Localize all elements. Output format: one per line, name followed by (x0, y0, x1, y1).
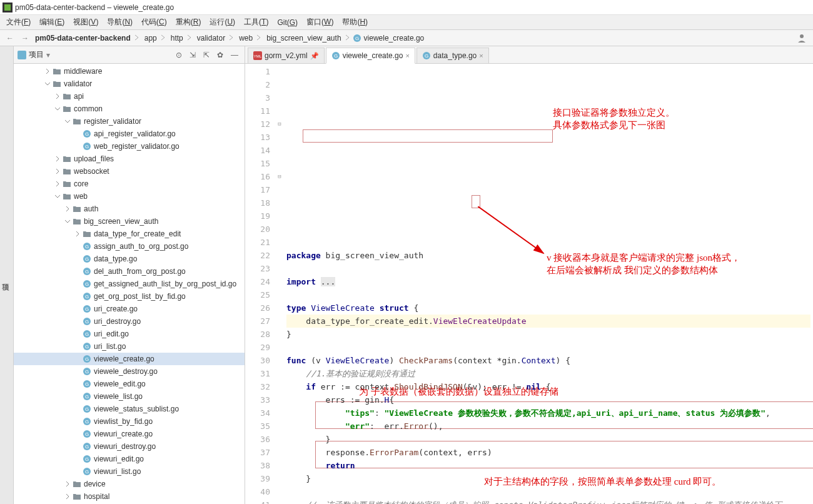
tree-api_register_validator-go[interactable]: Gapi_register_validator.go (14, 128, 245, 140)
tree-viewele_status_sublist-go[interactable]: Gviewele_status_sublist.go (14, 403, 245, 415)
menu-n[interactable]: 导航(N) (103, 16, 136, 29)
collapse-icon[interactable]: ⇱ (201, 49, 212, 61)
tree-middleware[interactable]: middleware (14, 65, 245, 78)
breadcrumb-6[interactable]: viewele_create.go (361, 33, 427, 44)
tab-gorm_v2-yml[interactable]: YMLgorm_v2.yml📌 (248, 48, 325, 64)
tree-upload_files[interactable]: upload_files (14, 153, 245, 165)
code-line-3[interactable]: import ... (286, 275, 810, 288)
tree-api[interactable]: api (14, 90, 245, 103)
breadcrumb-1[interactable]: app (142, 33, 159, 44)
select-opened-icon[interactable]: ⊙ (173, 49, 184, 61)
code-line-2[interactable] (286, 262, 810, 275)
tree-data_type_for_create_edit[interactable]: data_type_for_create_edit (14, 228, 245, 240)
menu-u[interactable]: 运行(U) (206, 16, 239, 29)
tree-hospital[interactable]: hospital (14, 490, 245, 503)
menu-v[interactable]: 视图(V) (69, 16, 102, 29)
tree-core[interactable]: core (14, 178, 245, 190)
menu-h[interactable]: 帮助(H) (338, 16, 371, 29)
code-line-14[interactable]: } (286, 328, 810, 341)
gear-icon[interactable]: ✿ (215, 49, 226, 61)
tree-viewele_create-go[interactable]: Gviewele_create.go (14, 353, 245, 365)
annotation-top1: 接口验证器将参数独立定义。 (553, 106, 675, 119)
tree-viewuri_list-go[interactable]: Gviewuri_list.go (14, 465, 245, 478)
tree-big_screen_view_auth[interactable]: big_screen_view_auth (14, 215, 245, 228)
tab-viewele_create-go[interactable]: Gviewele_create.go× (326, 48, 415, 64)
tree-get_assigned_auth_list_by_org_post_id-go[interactable]: Gget_assigned_auth_list_by_org_post_id.g… (14, 278, 245, 290)
tree-uri_edit-go[interactable]: Guri_edit.go (14, 328, 245, 340)
code-area[interactable]: 1231112131415161718192021222324252627282… (245, 64, 813, 504)
breadcrumb-3[interactable]: validator (194, 33, 228, 44)
tree-device[interactable]: device (14, 478, 245, 490)
breadcrumb-4[interactable]: web (236, 33, 255, 44)
tree-viewuri_edit-go[interactable]: Gviewuri_edit.go (14, 453, 245, 465)
code-content[interactable]: 接口验证器将参数独立定义。 具体参数格式参见下一张图 v 接收器本身就是客户端请… (284, 64, 813, 504)
nav-fwd[interactable]: → (18, 33, 33, 44)
tree-viewele_list-go[interactable]: Gviewele_list.go (14, 390, 245, 403)
code-line-16[interactable]: func (v ViewEleCreate) CheckParams(conte… (286, 354, 810, 367)
code-line-26[interactable] (286, 485, 810, 498)
tree-viewuri_destroy-go[interactable]: Gviewuri_destroy.go (14, 440, 245, 453)
code-line-19[interactable]: errs := gin.H{ (286, 393, 810, 406)
tree-uri_list-go[interactable]: Guri_list.go (14, 340, 245, 353)
svg-text:G: G (85, 431, 89, 437)
menu-g[interactable]: Git(G) (273, 17, 301, 28)
project-tab-label[interactable]: 项目 (0, 51, 11, 504)
tree-del_auth_from_org_post-go[interactable]: Gdel_auth_from_org_post.go (14, 265, 245, 278)
menu-r[interactable]: 重构(R) (172, 16, 205, 29)
code-line-18[interactable]: if err := context.ShouldBindJSON(&v); er… (286, 380, 810, 393)
tree-data_type-go[interactable]: Gdata_type.go (14, 253, 245, 265)
breadcrumb-2[interactable]: http (168, 33, 186, 44)
code-line-25[interactable]: } (286, 472, 810, 485)
breadcrumb-0[interactable]: pm05-data-center-backend (33, 33, 133, 44)
menu-e[interactable]: 编辑(E) (36, 16, 68, 29)
user-icon[interactable] (793, 32, 810, 44)
tree-websocket[interactable]: websocket (14, 165, 245, 178)
close-icon[interactable]: × (405, 52, 409, 59)
gofile-icon: G (83, 442, 91, 451)
gofile-icon: G (83, 405, 91, 413)
menu-c[interactable]: 代码(C) (138, 16, 171, 29)
code-line-13[interactable]: data_type_for_create_edit.ViewEleCreateU… (286, 315, 810, 328)
code-line-27[interactable]: // 该函数主要是将本结构体的字段（成员）按照 consts.Validator… (286, 498, 810, 504)
tree-get_org_post_list_by_fid-go[interactable]: Gget_org_post_list_by_fid.go (14, 290, 245, 303)
tree-web[interactable]: web (14, 190, 245, 203)
code-line-21[interactable]: "err": err.Error(), (286, 420, 810, 433)
tree-web_register_validator-go[interactable]: Gweb_register_validator.go (14, 140, 245, 153)
tree-assign_auth_to_org_post-go[interactable]: Gassign_auth_to_org_post.go (14, 240, 245, 253)
sidebar-header: 项目 ▾ ⊙ ⇲ ⇱ ✿ — (14, 46, 245, 64)
tree-uri_destroy-go[interactable]: Guri_destroy.go (14, 315, 245, 328)
menu-t[interactable]: 工具(T) (240, 16, 272, 29)
breadcrumb-5[interactable]: big_screen_view_auth (264, 33, 343, 44)
tree-common[interactable]: common (14, 103, 245, 115)
code-line-11[interactable] (286, 288, 810, 301)
file-tree[interactable]: middlewarevalidatorapicommonregister_val… (14, 64, 245, 504)
tree-viewlist_by_fid-go[interactable]: Gviewlist_by_fid.go (14, 415, 245, 428)
nav-back[interactable]: ← (3, 33, 18, 44)
tree-register_validator[interactable]: register_validator (14, 115, 245, 128)
gofile-icon: G (83, 305, 91, 313)
pin-icon[interactable]: 📌 (310, 52, 319, 60)
tree-validator[interactable]: validator (14, 78, 245, 90)
tree-auth[interactable]: auth (14, 203, 245, 215)
fold-gutter[interactable]: ⊟⊟ (275, 64, 284, 504)
code-line-1[interactable]: package big_screen_view_auth (286, 249, 810, 262)
tab-data_type-go[interactable]: Gdata_type.go× (417, 48, 489, 64)
hide-icon[interactable]: — (228, 49, 241, 61)
code-line-17[interactable]: //1.基本的验证规则没有通过 (286, 367, 810, 380)
tree-viewuri_create-go[interactable]: Gviewuri_create.go (14, 428, 245, 440)
close-icon[interactable]: × (479, 52, 483, 59)
tree-viewele_edit-go[interactable]: Gviewele_edit.go (14, 378, 245, 390)
expand-icon[interactable]: ⇲ (187, 49, 198, 61)
code-line-23[interactable]: response.ErrorParam(context, errs) (286, 446, 810, 459)
menu-w[interactable]: 窗口(W) (303, 16, 337, 29)
menu-f[interactable]: 文件(F) (3, 16, 34, 29)
tree-uri_create-go[interactable]: Guri_create.go (14, 303, 245, 315)
left-tool-strip[interactable]: 项目 (0, 46, 14, 504)
folder-icon (73, 204, 81, 213)
code-line-20[interactable]: "tips": "ViewEleCreate 参数校验失败，参数不符合规定,ap… (286, 406, 810, 420)
code-line-22[interactable]: } (286, 433, 810, 446)
tree-viewele_destroy-go[interactable]: Gviewele_destroy.go (14, 365, 245, 378)
code-line-15[interactable] (286, 341, 810, 354)
code-line-24[interactable]: return (286, 459, 810, 472)
code-line-12[interactable]: type ViewEleCreate struct { (286, 301, 810, 315)
